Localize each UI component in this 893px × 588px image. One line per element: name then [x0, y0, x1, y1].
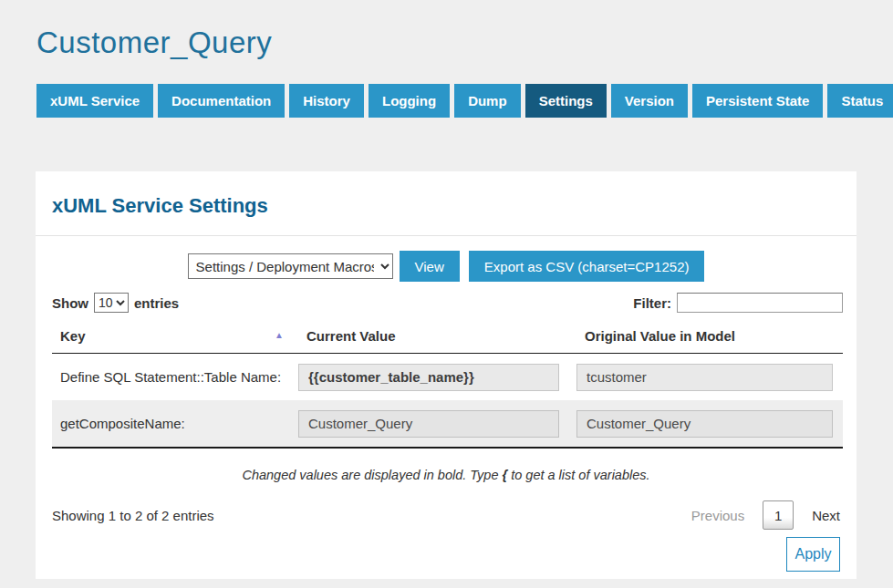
- next-page-button[interactable]: Next: [812, 508, 840, 523]
- page: Customer_Query xUML Service Documentatio…: [0, 26, 893, 588]
- table-row: Define SQL Statement::Table Name:: [52, 354, 843, 400]
- table-footer: Showing 1 to 2 of 2 entries Previous 1 N…: [52, 500, 840, 530]
- apply-button[interactable]: Apply: [786, 537, 840, 572]
- table-body: Define SQL Statement::Table Name: getCom…: [52, 354, 843, 449]
- filter-label: Filter:: [633, 295, 671, 311]
- current-value-input[interactable]: [298, 410, 559, 438]
- previous-page-button[interactable]: Previous: [691, 508, 744, 523]
- page-length-select[interactable]: 10: [94, 293, 129, 313]
- tab-bar: xUML Service Documentation History Loggi…: [36, 84, 893, 118]
- page-length-group: Show 10 entries: [52, 293, 179, 313]
- page-title: Customer_Query: [36, 26, 893, 60]
- toolbar: Settings / Deployment Macros View Export…: [36, 251, 857, 282]
- table-row: getCompositeName:: [52, 400, 843, 447]
- tab-status[interactable]: Status: [827, 84, 893, 118]
- page-number-button[interactable]: 1: [763, 500, 794, 530]
- original-value-field: [576, 364, 833, 391]
- setting-key-label: Define SQL Statement::Table Name:: [52, 369, 298, 385]
- tab-dump[interactable]: Dump: [454, 84, 521, 118]
- tab-logging[interactable]: Logging: [369, 84, 450, 118]
- table-header-row: Key ▲ Current Value Original Value in Mo…: [52, 313, 843, 354]
- column-header-current-value[interactable]: Current Value: [298, 328, 576, 344]
- settings-panel: xUML Service Settings Settings / Deploym…: [36, 171, 857, 579]
- macro-category-select[interactable]: Settings / Deployment Macros: [188, 253, 393, 279]
- tab-settings[interactable]: Settings: [525, 84, 607, 118]
- current-value-input[interactable]: [298, 364, 559, 391]
- show-label: Show: [52, 295, 88, 311]
- column-header-key[interactable]: Key ▲: [52, 328, 298, 344]
- column-header-original-value[interactable]: Original Value in Model: [576, 328, 843, 344]
- tab-persistent-state[interactable]: Persistent State: [692, 84, 823, 118]
- tab-xuml-service[interactable]: xUML Service: [36, 84, 153, 118]
- settings-table: Key ▲ Current Value Original Value in Mo…: [52, 313, 843, 449]
- filter-input[interactable]: [677, 293, 843, 313]
- showing-entries-text: Showing 1 to 2 of 2 entries: [52, 508, 214, 523]
- pagination: Previous 1 Next: [691, 500, 840, 530]
- export-csv-button[interactable]: Export as CSV (charset=CP1252): [469, 251, 705, 282]
- tab-history[interactable]: History: [289, 84, 364, 118]
- tab-version[interactable]: Version: [611, 84, 688, 118]
- original-value-field: [576, 410, 833, 438]
- view-button[interactable]: View: [400, 251, 460, 282]
- setting-key-label: getCompositeName:: [52, 416, 298, 431]
- tab-documentation[interactable]: Documentation: [158, 84, 285, 118]
- table-controls: Show 10 entries Filter:: [49, 293, 843, 313]
- sort-ascending-icon: ▲: [275, 330, 284, 340]
- apply-row: Apply: [36, 537, 840, 572]
- entries-label: entries: [134, 295, 179, 311]
- panel-heading: xUML Service Settings: [36, 171, 857, 236]
- filter-group: Filter:: [633, 293, 843, 313]
- hint-text: Changed values are displayed in bold. Ty…: [36, 468, 857, 482]
